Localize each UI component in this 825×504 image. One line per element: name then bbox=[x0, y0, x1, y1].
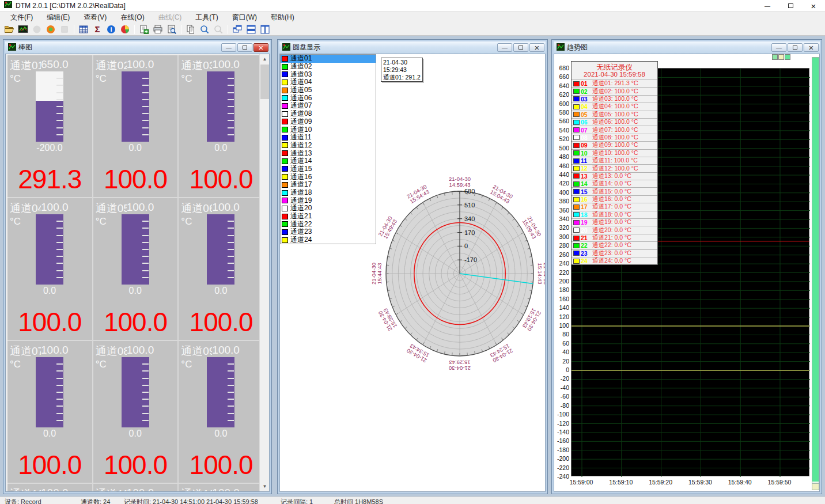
menu-bar: 文件(F)编辑(E)查看(V)在线(O)曲线(C)工具(T)窗口(W)帮助(H) bbox=[0, 12, 825, 23]
legend-color-swatch bbox=[573, 236, 580, 241]
legend-channel-value: 通道18: 0.0 °C bbox=[592, 211, 631, 219]
trend-y-tick-label: -160 bbox=[554, 437, 569, 444]
sum-icon[interactable]: Σ bbox=[90, 24, 104, 35]
trend-y-tick-label: 300 bbox=[554, 233, 569, 240]
print-preview-icon[interactable] bbox=[165, 24, 179, 35]
trend-scrollbar-thumb[interactable] bbox=[812, 58, 819, 482]
gauge-tick bbox=[228, 385, 234, 386]
close-icon[interactable] bbox=[802, 0, 825, 12]
dial-maximize-icon[interactable] bbox=[513, 43, 528, 52]
trend-window-title: 趋势图 bbox=[567, 43, 770, 52]
trend-y-tick-label: 180 bbox=[554, 286, 569, 293]
cascade-windows-icon[interactable] bbox=[230, 24, 244, 35]
channel-list-item[interactable]: 通道24 bbox=[281, 236, 376, 244]
legend-channel-number: 08 bbox=[581, 134, 591, 141]
record-icon[interactable] bbox=[44, 24, 58, 35]
copy-icon[interactable] bbox=[184, 24, 198, 35]
channel-color-swatch bbox=[282, 198, 288, 203]
trend-window-body: 6806606406206005805605405205004804604404… bbox=[554, 54, 820, 492]
gauge-tick bbox=[228, 92, 234, 93]
table-view-icon[interactable] bbox=[77, 24, 90, 35]
realtime-chart-icon[interactable] bbox=[16, 24, 30, 35]
tile-vertical-icon[interactable] bbox=[258, 24, 272, 35]
open-file-icon[interactable] bbox=[2, 24, 16, 35]
trend-scrollbar-button[interactable] bbox=[812, 483, 819, 490]
legend-channel-number: 22 bbox=[581, 242, 591, 249]
trend-window-title-bar[interactable]: 趋势图 bbox=[554, 41, 820, 54]
dial-minimize-icon[interactable] bbox=[497, 43, 512, 52]
gauge-bar-track bbox=[122, 214, 149, 285]
trend-y-tick-label: 620 bbox=[554, 91, 569, 98]
gauge-value: 100.0 bbox=[93, 449, 178, 480]
gauge-tick bbox=[228, 242, 234, 243]
menu-item-曲线C[interactable]: 曲线(C) bbox=[152, 12, 189, 24]
bar-close-icon[interactable] bbox=[253, 43, 268, 52]
info-icon[interactable]: i bbox=[104, 24, 118, 35]
channel-color-swatch bbox=[282, 64, 288, 70]
gauge-panel: 通道07100.0°C0.0100.0 bbox=[7, 341, 92, 483]
trend-y-tick-label: -100 bbox=[554, 411, 569, 418]
trend-tool-square-icon[interactable] bbox=[778, 54, 784, 60]
scrollbar-thumb[interactable] bbox=[260, 65, 269, 99]
gauge-tick bbox=[228, 370, 234, 372]
bar-maximize-icon[interactable] bbox=[237, 43, 252, 52]
dial-close-icon[interactable] bbox=[529, 43, 544, 52]
menu-item-窗口W[interactable]: 窗口(W) bbox=[225, 12, 264, 24]
gauge-tick bbox=[228, 235, 234, 236]
legend-channel-value: 通道17: 0.0 °C bbox=[592, 203, 631, 211]
scroll-down-icon[interactable]: ▼ bbox=[260, 482, 270, 491]
gauge-tick bbox=[142, 392, 149, 393]
bar-window-title-bar[interactable]: 棒图 bbox=[5, 41, 270, 54]
trend-maximize-icon[interactable] bbox=[788, 43, 803, 52]
channel-color-swatch bbox=[282, 166, 288, 172]
maximize-icon[interactable] bbox=[779, 0, 802, 12]
export-icon[interactable] bbox=[137, 24, 151, 35]
trend-y-tick-label: -220 bbox=[554, 464, 569, 471]
gauge-tick bbox=[228, 392, 234, 393]
menu-item-工具T[interactable]: 工具(T) bbox=[188, 12, 225, 24]
menu-item-编辑E[interactable]: 编辑(E) bbox=[40, 12, 77, 24]
dial-window-title-bar[interactable]: 圆盘显示 bbox=[279, 41, 546, 54]
gauge-tick bbox=[56, 399, 63, 400]
trend-tool-square-icon[interactable] bbox=[785, 54, 790, 60]
zoom2-icon[interactable] bbox=[211, 24, 225, 35]
menu-item-在线O[interactable]: 在线(O) bbox=[113, 12, 151, 24]
channel-color-swatch bbox=[282, 88, 288, 93]
menu-item-文件F[interactable]: 文件(F) bbox=[3, 12, 40, 24]
pie-chart-icon[interactable] bbox=[118, 24, 132, 35]
legend-color-swatch bbox=[573, 158, 580, 164]
main-title-bar[interactable]: DTM 2.0.1 [C:\DTM 2.0.2\RealData] bbox=[0, 0, 825, 12]
gauge-unit: °C bbox=[181, 73, 192, 85]
trend-close-icon[interactable] bbox=[804, 43, 819, 52]
legend-channel-number: 24 bbox=[581, 257, 591, 264]
legend-channel-value: 通道24: 0.0 °C bbox=[592, 257, 631, 265]
svg-text:21-04-3015:29:43: 21-04-3015:29:43 bbox=[449, 359, 471, 372]
trend-minimize-icon[interactable] bbox=[771, 43, 786, 52]
menu-item-帮助H[interactable]: 帮助(H) bbox=[264, 12, 301, 24]
legend-row: 17通道17: 0.0 °C bbox=[572, 203, 657, 210]
play-icon[interactable] bbox=[30, 24, 44, 35]
trend-y-tick-label: -120 bbox=[554, 420, 569, 427]
legend-color-swatch bbox=[573, 89, 580, 94]
channel-color-swatch bbox=[282, 190, 288, 196]
legend-channel-number: 20 bbox=[581, 227, 591, 234]
minimize-icon[interactable] bbox=[756, 0, 779, 12]
legend-channel-number: 19 bbox=[581, 219, 591, 226]
scroll-up-icon[interactable]: ▲ bbox=[260, 54, 270, 64]
trend-scrollbar[interactable] bbox=[812, 57, 819, 490]
zoom-icon[interactable] bbox=[198, 24, 211, 35]
stop-icon[interactable] bbox=[58, 24, 71, 35]
trend-tool-square-icon[interactable] bbox=[772, 54, 778, 60]
legend-row: 23通道23: 0.0 °C bbox=[572, 249, 657, 257]
gauge-unit: °C bbox=[96, 359, 107, 370]
tile-horizontal-icon[interactable] bbox=[244, 24, 258, 35]
gauge-value: 100.0 bbox=[179, 449, 263, 480]
gauge-bar-track bbox=[207, 214, 234, 285]
legend-channel-number: 15 bbox=[581, 188, 591, 195]
bar-minimize-icon[interactable] bbox=[221, 43, 236, 52]
menu-item-查看V[interactable]: 查看(V) bbox=[77, 12, 113, 24]
bar-scrollbar[interactable]: ▲ ▼ bbox=[259, 54, 269, 491]
trend-y-tick-label: -60 bbox=[554, 393, 569, 400]
gauge-tick bbox=[56, 270, 63, 271]
print-icon[interactable] bbox=[151, 24, 165, 35]
